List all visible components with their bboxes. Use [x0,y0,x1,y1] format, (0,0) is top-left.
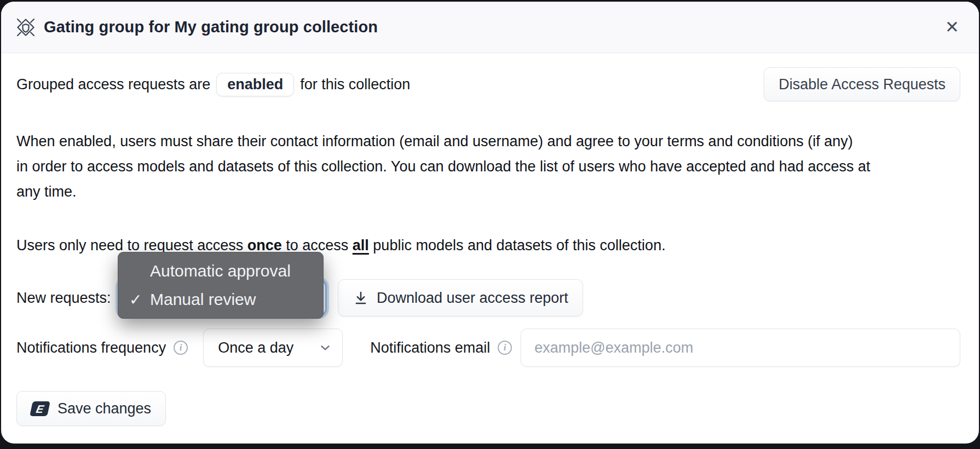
notifications-frequency-select[interactable]: Once a day [203,329,343,367]
download-report-label: Download user access report [377,289,568,307]
users-note-all: all [353,237,369,254]
notifications-email-label: Notifications email [370,339,490,356]
new-requests-row: New requests: Download user access repor… [16,278,960,318]
save-changes-button[interactable]: E Save changes [16,391,166,426]
chevron-down-icon [318,341,332,355]
check-icon: ✓ [129,291,150,309]
gating-group-icon [15,16,37,38]
notifications-email-input[interactable] [521,329,960,367]
status-text: Grouped access requests are enabled for … [16,73,410,96]
modal-overlay: { "modal": { "title": "Gating group for … [0,0,980,449]
save-changes-label: Save changes [57,400,151,417]
save-row: E Save changes [16,391,960,426]
users-note-once: once [247,237,282,254]
users-note-text: to access [282,237,353,254]
enterprise-icon: E [30,401,50,416]
frequency-info-icon[interactable]: i [174,341,188,355]
modal-title: Gating group for My gating group collect… [44,18,378,36]
gating-group-modal: Gating group for My gating group collect… [1,2,979,444]
status-text-before: Grouped access requests are [16,76,210,93]
new-requests-label: New requests: [16,290,118,307]
description-line: in order to access models and datasets o… [16,154,960,179]
dropdown-option-label: Automatic approval [150,262,291,280]
notifications-row: Notifications frequency i Once a day Not… [16,329,960,367]
users-note-text: Users only need to request access [16,237,247,254]
disable-access-requests-button[interactable]: Disable Access Requests [764,67,960,101]
download-report-button[interactable]: Download user access report [338,279,583,316]
status-text-after: for this collection [300,76,410,93]
users-note-text: public models and datasets of this colle… [369,237,666,254]
notifications-frequency-label: Notifications frequency [16,339,166,356]
status-row: Grouped access requests are enabled for … [16,67,960,101]
download-icon [353,290,369,306]
modal-body: Grouped access requests are enabled for … [1,53,979,444]
dropdown-option-label: Manual review [150,290,256,309]
dropdown-option-manual-review[interactable]: ✓ Manual review [118,286,323,313]
description-line: When enabled, users must share their con… [16,129,960,154]
close-icon: ✕ [945,18,959,37]
description: When enabled, users must share their con… [16,129,960,204]
status-badge: enabled [216,73,294,96]
close-button[interactable]: ✕ [942,16,962,38]
description-line: any time. [16,179,960,204]
modal-header: Gating group for My gating group collect… [1,2,979,53]
new-requests-dropdown: Automatic approval ✓ Manual review [118,252,324,319]
email-info-icon[interactable]: i [498,341,512,355]
dropdown-option-automatic-approval[interactable]: Automatic approval [118,257,323,285]
notifications-frequency-value: Once a day [218,339,293,356]
